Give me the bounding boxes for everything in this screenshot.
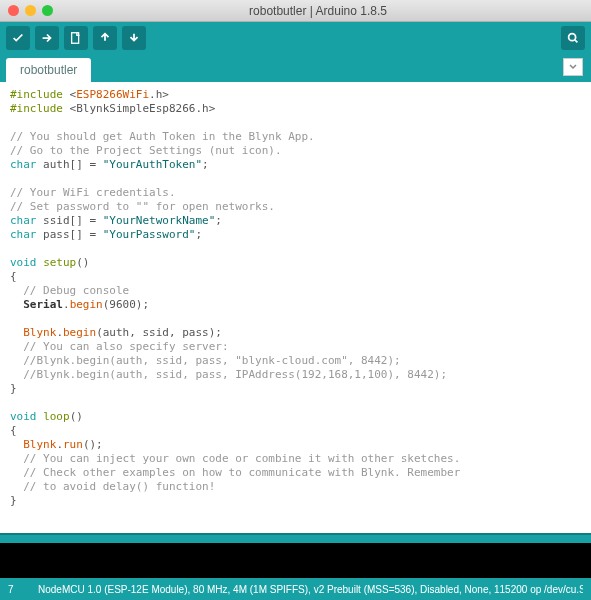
- tab-bar: robotbutler: [0, 54, 591, 82]
- line-number: 7: [8, 584, 38, 595]
- tab-robotbutler[interactable]: robotbutler: [6, 58, 91, 82]
- open-button[interactable]: [93, 26, 117, 50]
- svg-rect-0: [72, 33, 79, 44]
- status-bar: 7 NodeMCU 1.0 (ESP-12E Module), 80 MHz, …: [0, 578, 591, 600]
- close-icon[interactable]: [8, 5, 19, 16]
- minimize-icon[interactable]: [25, 5, 36, 16]
- new-button[interactable]: [64, 26, 88, 50]
- board-info: NodeMCU 1.0 (ESP-12E Module), 80 MHz, 4M…: [38, 584, 583, 595]
- code-editor[interactable]: #include <ESP8266WiFi.h> #include <Blynk…: [0, 82, 591, 533]
- save-button[interactable]: [122, 26, 146, 50]
- console-output: [0, 543, 591, 578]
- window-title: robotbutler | Arduino 1.8.5: [53, 4, 583, 18]
- upload-button[interactable]: [35, 26, 59, 50]
- serial-monitor-button[interactable]: [561, 26, 585, 50]
- tab-menu-button[interactable]: [563, 58, 583, 76]
- divider: [0, 533, 591, 543]
- svg-point-1: [569, 34, 576, 41]
- verify-button[interactable]: [6, 26, 30, 50]
- titlebar: robotbutler | Arduino 1.8.5: [0, 0, 591, 22]
- window-controls: [8, 5, 53, 16]
- zoom-icon[interactable]: [42, 5, 53, 16]
- toolbar: [0, 22, 591, 54]
